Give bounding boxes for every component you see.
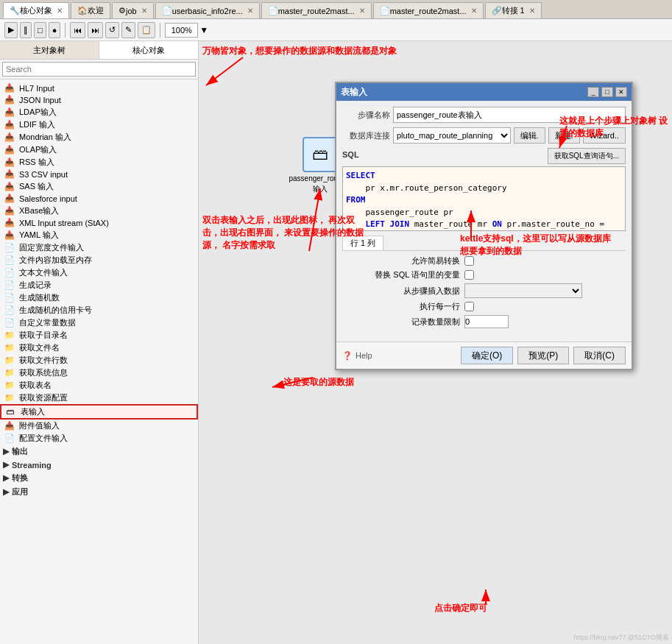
play-button[interactable]: ▶ <box>4 22 18 38</box>
tree-item-ldap[interactable]: 📥LDAP输入 <box>0 106 198 118</box>
tree-item-xml[interactable]: 📥XML Input stream (StAX) <box>0 217 198 229</box>
search-input[interactable] <box>2 62 196 77</box>
dialog-close[interactable]: ✕ <box>615 87 627 97</box>
sql-editor[interactable]: SELECT pr x.mr.route_person_category FRO… <box>342 166 626 231</box>
close-icon[interactable]: ✕ <box>247 7 253 15</box>
tree-item-olap[interactable]: 📥OLAP输入 <box>0 144 198 156</box>
tree-item-get-sysinfo[interactable]: 📁获取系统信息 <box>0 367 198 379</box>
tree-item-custom-const[interactable]: 📄自定义常量数据 <box>0 316 198 329</box>
record-button[interactable]: ● <box>49 22 61 38</box>
db-select[interactable]: pluto_map_route_planning <box>393 127 511 144</box>
close-icon[interactable]: ✕ <box>359 7 365 15</box>
step-fwd-button[interactable]: ⏭ <box>88 22 103 38</box>
tree-item-rss[interactable]: 📥RSS 输入 <box>0 156 198 169</box>
tree-item-salesforce[interactable]: 📥Salesforce input <box>0 193 198 205</box>
tree-item-get-resource[interactable]: 📁获取资源配置 <box>0 392 198 404</box>
panel-tab-main-tree[interactable]: 主对象树 <box>0 41 99 59</box>
tree-item-json[interactable]: 📥JSON Input <box>0 94 198 106</box>
loop-button[interactable]: ↺ <box>105 22 119 38</box>
tree-item-get-subdir[interactable]: 📁获取子目录名 <box>0 329 198 342</box>
tree-item-get-tablename[interactable]: 📁获取表名 <box>0 379 198 392</box>
tree-item-text-input[interactable]: 📄文本文件输入 <box>0 266 198 279</box>
zoom-input[interactable] <box>165 23 198 38</box>
checkbox-allow-simple[interactable] <box>464 256 474 266</box>
tree-item-sas[interactable]: 📥SAS 输入 <box>0 180 198 193</box>
tree-item-get-filename[interactable]: 📁获取文件名 <box>0 342 198 354</box>
tool-btn2[interactable]: 📋 <box>138 22 155 38</box>
dialog-maximize[interactable]: □ <box>601 87 613 97</box>
pause-button[interactable]: ‖ <box>20 22 32 38</box>
tree-item-xbase[interactable]: 📥XBase输入 <box>0 205 198 217</box>
item-label: 获取文件行数 <box>19 355 68 366</box>
tab-icon: 🔗 <box>492 6 502 15</box>
get-sql-button[interactable]: 获取SQL查询语句... <box>548 148 626 164</box>
item-icon: 📥 <box>4 194 16 204</box>
close-icon[interactable]: ✕ <box>141 7 147 15</box>
item-label: 文本文件输入 <box>19 267 68 278</box>
tree-item-get-filerows[interactable]: 📁获取文件行数 <box>0 354 198 367</box>
tree-section-app[interactable]: ▶应用 <box>0 485 198 499</box>
tree-section-output[interactable]: ▶输出 <box>0 445 198 459</box>
option-label: 执行每一行 <box>342 301 460 312</box>
tab-userbasic[interactable]: 📄 userbasic_info2re... ✕ <box>155 2 260 18</box>
tree-item-credit-card[interactable]: 📄生成随机的信用卡号 <box>0 304 198 316</box>
tree-item-gen-record[interactable]: 📄生成记录 <box>0 279 198 291</box>
canvas-area[interactable]: 🗃 passenger_route表输入 表输入 _ □ ✕ 步骤名称 <box>199 41 672 644</box>
tree-section-transform[interactable]: ▶转换 <box>0 471 198 485</box>
db-label: 数据库连接 <box>342 130 390 141</box>
tab-master2[interactable]: 📄 master_route2mast... ✕ <box>373 2 484 18</box>
dialog-minimize[interactable]: _ <box>587 87 599 97</box>
preview-button[interactable]: 预览(P) <box>517 347 569 364</box>
tab-row1-col[interactable]: 行 1 列 <box>342 236 383 250</box>
close-icon[interactable]: ✕ <box>529 7 535 15</box>
panel-tab-core[interactable]: 核心对象 <box>99 41 198 59</box>
item-label: XBase输入 <box>19 205 59 216</box>
tree-item-ldif[interactable]: 📥LDIF 输入 <box>0 118 198 131</box>
item-icon: 📄 <box>4 268 16 278</box>
tree-item-fixed-width[interactable]: 📄固定宽度文件输入 <box>0 241 198 254</box>
node-icon: 🗃 <box>303 137 338 172</box>
checkbox-replace-vars[interactable] <box>464 270 474 280</box>
ok-button[interactable]: 确定(O) <box>461 347 513 364</box>
tab-transfer[interactable]: 🔗 转接 1 ✕ <box>485 2 542 18</box>
tab-master1[interactable]: 📄 master_route2mast... ✕ <box>261 2 372 18</box>
tool-btn1[interactable]: ✎ <box>121 22 135 38</box>
item-label: Salesforce input <box>19 194 77 203</box>
tab-icon: 🔧 <box>10 6 20 15</box>
step-name-input[interactable] <box>393 107 626 123</box>
zoom-arrow[interactable]: ▼ <box>199 25 208 35</box>
tab-icon: 🏠 <box>77 6 88 15</box>
item-icon: 📄 <box>4 243 16 253</box>
option-label: 从步骤插入数据 <box>342 286 460 297</box>
item-icon: 📄 <box>4 255 16 266</box>
tree-item-mondrian[interactable]: 📥Mondrian 输入 <box>0 131 198 144</box>
item-label: 获取系统信息 <box>19 367 68 378</box>
cancel-button[interactable]: 取消(C) <box>573 347 626 364</box>
wizard-button[interactable]: Wizard.. <box>583 127 626 144</box>
new-button[interactable]: 新建. <box>548 127 580 144</box>
tree-item-hl7[interactable]: 📥HL7 Input <box>0 82 198 94</box>
tree-item-gen-random[interactable]: 📄生成随机数 <box>0 291 198 304</box>
tree-item-yaml[interactable]: 📥YAML 输入 <box>0 229 198 241</box>
stop-button[interactable]: □ <box>34 22 46 38</box>
step-back-button[interactable]: ⏮ <box>70 22 85 38</box>
tree-section-streaming[interactable]: ▶Streaming <box>0 459 198 471</box>
insert-step-select[interactable] <box>464 283 582 298</box>
close-icon[interactable]: ✕ <box>57 7 63 15</box>
tree-item-s3csv[interactable]: 📥S3 CSV input <box>0 169 198 180</box>
edit-button[interactable]: 编辑. <box>514 127 545 144</box>
tab-core-objects[interactable]: 🔧 核心对象 ✕ <box>3 2 69 18</box>
tree-item-attachment[interactable]: 📥附件值输入 <box>0 420 198 432</box>
checkbox-exec-each[interactable] <box>464 302 474 311</box>
tab-label: master_route2mast... <box>278 7 355 15</box>
tab-job[interactable]: ⚙ job ✕ <box>112 2 154 18</box>
options-section: 允许简易转换 替换 SQL 语句里的变量 从步骤插入数据 执行每一行 <box>342 251 626 336</box>
record-limit-input[interactable] <box>464 315 509 328</box>
separator2 <box>160 23 160 38</box>
tree-item-config[interactable]: 📄配置文件输入 <box>0 432 198 445</box>
tab-welcome[interactable]: 🏠 欢迎 <box>71 2 110 18</box>
item-icon: 📄 <box>4 305 16 316</box>
tree-item-file-mem[interactable]: 📄文件内容加载至内存 <box>0 254 198 266</box>
tree-item-table-input[interactable]: 🗃 表输入 <box>0 404 198 420</box>
close-icon[interactable]: ✕ <box>471 7 477 15</box>
